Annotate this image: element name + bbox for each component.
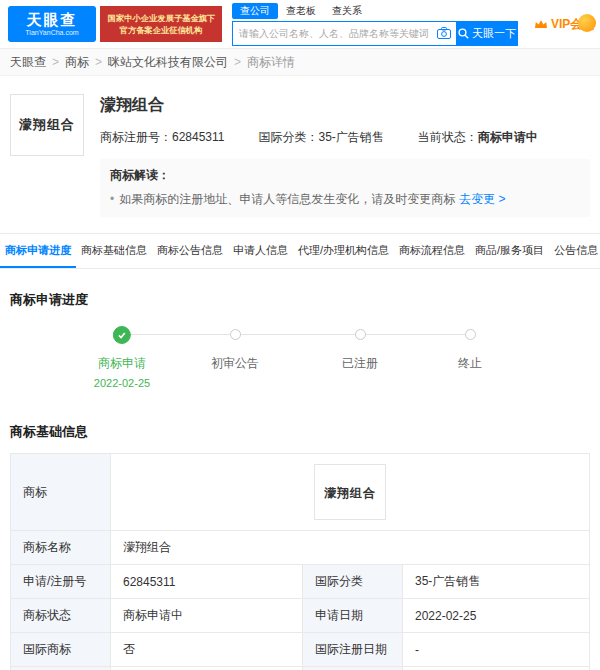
- search-area: 查公司 查老板 查关系 天眼一下: [232, 3, 518, 46]
- table-row: 申请/注册号 62845311 国际分类 35-广告销售: [11, 565, 590, 599]
- search-tab-relation[interactable]: 查关系: [324, 3, 370, 19]
- row-label: 国际商标: [11, 633, 111, 667]
- trademark-fields: 商标注册号：62845311 国际分类：35-广告销售 当前状态：商标申请中: [100, 129, 590, 146]
- tab-agency-info[interactable]: 代理/办理机构信息: [293, 234, 394, 268]
- step-label: 已注册: [342, 355, 378, 372]
- search-tab-company[interactable]: 查公司: [232, 3, 278, 19]
- logo-text: 天眼查: [27, 11, 78, 28]
- row-value: -: [403, 633, 590, 667]
- row-label: 商标类型: [11, 667, 111, 670]
- search-tab-boss[interactable]: 查老板: [278, 3, 324, 19]
- progress-step-terminated: 终止: [458, 325, 482, 372]
- progress-steps: 商标申请 2022-02-25 初审公告 已注册 终止: [0, 325, 600, 403]
- step-label: 商标申请: [94, 355, 150, 372]
- table-row: 商标类型 - 商标构成 纯中文: [11, 667, 590, 670]
- step-label: 终止: [458, 355, 482, 372]
- field-reg-number: 商标注册号：62845311: [100, 129, 225, 146]
- pending-circle-icon: [230, 329, 241, 340]
- progress-step-applied: 商标申请 2022-02-25: [94, 325, 150, 389]
- step-date: 2022-02-25: [94, 377, 150, 389]
- breadcrumb-separator: >: [95, 55, 102, 69]
- camera-icon[interactable]: [437, 27, 451, 39]
- progress-step-preliminary: 初审公告: [211, 325, 259, 372]
- trademark-title: 濛翔组合: [100, 95, 590, 116]
- trademark-image-cell: 濛翔组合: [111, 454, 590, 531]
- top-header: 天眼查 TianYanCha.com 国家中小企业发展子基金旗下 官方备案企业征…: [0, 0, 600, 48]
- bullet-dot: •: [110, 192, 114, 206]
- row-value: 否: [111, 633, 303, 667]
- table-row: 商标状态 商标申请中 申请日期 2022-02-25: [11, 599, 590, 633]
- promo-icon[interactable]: [578, 14, 596, 32]
- crown-icon: [534, 19, 548, 30]
- search-tabs: 查公司 查老板 查关系: [232, 3, 518, 19]
- trademark-logo-text: 濛翔组合: [19, 116, 75, 134]
- tab-process-info[interactable]: 商标流程信息: [394, 234, 470, 268]
- row-label: 申请/注册号: [11, 565, 111, 599]
- trademark-image-text: 濛翔组合: [324, 486, 376, 500]
- tab-goods-services[interactable]: 商品/服务项目: [470, 234, 549, 268]
- interpretation-tip: •如果商标的注册地址、申请人等信息发生变化，请及时变更商标去变更 >: [110, 191, 580, 208]
- search-button-label: 天眼一下: [472, 26, 516, 41]
- step-circle-wrap: [342, 325, 378, 344]
- trademark-card: 濛翔组合 濛翔组合 商标注册号：62845311 国际分类：35-广告销售 当前…: [0, 76, 600, 217]
- row-value: 纯中文: [403, 667, 590, 670]
- search-row: 天眼一下: [232, 21, 518, 46]
- step-circle-wrap: [94, 325, 150, 344]
- tab-applicant-info[interactable]: 申请人信息: [228, 234, 293, 268]
- breadcrumb-separator: >: [234, 55, 241, 69]
- progress-step-registered: 已注册: [342, 325, 378, 372]
- row-value: 35-广告销售: [403, 565, 590, 599]
- table-row: 商标 濛翔组合: [11, 454, 590, 531]
- step-circle-wrap: [458, 325, 482, 344]
- status-value: 商标申请中: [478, 130, 538, 144]
- field-intl-class: 国际分类：35-广告销售: [259, 129, 384, 146]
- progress-track: [122, 334, 470, 335]
- pending-circle-icon: [465, 329, 476, 340]
- search-button[interactable]: 天眼一下: [456, 21, 518, 46]
- row-label: 商标: [11, 454, 111, 531]
- row-value: 濛翔组合: [111, 531, 590, 565]
- progress-section-title: 商标申请进度: [0, 291, 600, 309]
- detail-tabbar: 商标申请进度 商标基础信息 商标公告信息 申请人信息 代理/办理机构信息 商标流…: [0, 233, 600, 269]
- trademark-interpretation: 商标解读： •如果商标的注册地址、申请人等信息发生变化，请及时变更商标去变更 >: [100, 159, 590, 217]
- trademark-image: 濛翔组合: [314, 464, 386, 520]
- tab-basic-info[interactable]: 商标基础信息: [76, 234, 152, 268]
- row-label: 商标名称: [11, 531, 111, 565]
- field-current-status: 当前状态：商标申请中: [418, 129, 538, 146]
- check-icon: [113, 326, 131, 344]
- breadcrumb-current: 商标详情: [247, 54, 295, 71]
- breadcrumb-company[interactable]: 咪站文化科技有限公司: [108, 54, 228, 71]
- row-label: 国际注册日期: [303, 633, 403, 667]
- logo-subtext: TianYanCha.com: [25, 28, 78, 37]
- interpretation-title: 商标解读：: [110, 167, 580, 184]
- breadcrumb-trademark[interactable]: 商标: [65, 54, 89, 71]
- row-value: 商标申请中: [111, 599, 303, 633]
- search-input[interactable]: [232, 21, 456, 46]
- basic-info-table: 商标 濛翔组合 商标名称 濛翔组合 申请/注册号 62845311 国际分类 3…: [10, 453, 590, 670]
- table-row: 国际商标 否 国际注册日期 -: [11, 633, 590, 667]
- banner-line2: 官方备案企业征信机构: [120, 24, 203, 35]
- tab-announcement-info[interactable]: 商标公告信息: [152, 234, 228, 268]
- tab-application-progress[interactable]: 商标申请进度: [0, 234, 76, 268]
- row-value: 2022-02-25: [403, 599, 590, 633]
- breadcrumb-separator: >: [52, 55, 59, 69]
- search-input-wrap: [232, 21, 456, 46]
- gov-banner: 国家中小企业发展子基金旗下 官方备案企业征信机构: [100, 6, 222, 42]
- step-circle-wrap: [211, 325, 259, 344]
- search-icon: [458, 28, 469, 39]
- row-value: -: [111, 667, 303, 670]
- progress-section: 商标申请进度 商标申请 2022-02-25 初审公告 已注册 终止: [0, 291, 600, 403]
- trademark-card-body: 濛翔组合 商标注册号：62845311 国际分类：35-广告销售 当前状态：商标…: [100, 94, 590, 217]
- row-label: 国际分类: [303, 565, 403, 599]
- trademark-logo-image: 濛翔组合: [10, 94, 84, 156]
- row-label: 商标状态: [11, 599, 111, 633]
- change-link[interactable]: 去变更 >: [459, 192, 505, 206]
- row-value: 62845311: [111, 565, 303, 599]
- breadcrumb-home[interactable]: 天眼查: [10, 54, 46, 71]
- basic-info-section: 商标基础信息 商标 濛翔组合 商标名称 濛翔组合 申请/注册号 62845311…: [0, 423, 600, 670]
- tianyancha-logo[interactable]: 天眼查 TianYanCha.com: [8, 6, 96, 42]
- row-label: 申请日期: [303, 599, 403, 633]
- basic-info-title: 商标基础信息: [0, 423, 600, 441]
- step-label: 初审公告: [211, 355, 259, 372]
- tab-gazette-info[interactable]: 公告信息: [549, 234, 600, 268]
